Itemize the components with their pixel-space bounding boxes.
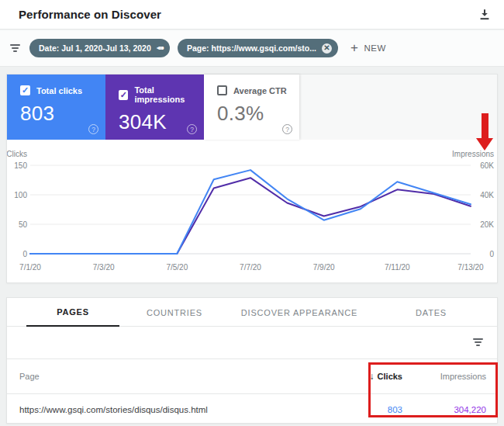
new-filter-button[interactable]: + NEW (350, 40, 386, 56)
page-url-cell[interactable]: https://www.gsqi.com/stories/disqus/disq… (7, 405, 333, 414)
checkbox-checked-icon[interactable]: ✓ (119, 90, 128, 100)
impressions-value-cell: 304,220 (402, 405, 486, 414)
performance-chart-svg: 005020K10040K15060KClicksImpressions7/1/… (7, 150, 499, 275)
edit-pencil-icon[interactable]: ✏ (157, 43, 164, 54)
table-tabs: PAGES COUNTRIES DISCOVER APPEARANCE DATE… (7, 298, 497, 327)
svg-text:7/5/20: 7/5/20 (166, 263, 188, 272)
svg-text:60K: 60K (480, 161, 494, 170)
svg-text:7/3/20: 7/3/20 (93, 263, 115, 272)
clicks-value-cell: 803 (333, 405, 402, 414)
remove-filter-icon[interactable]: ✕ (322, 43, 332, 54)
tab-pages[interactable]: PAGES (26, 298, 119, 327)
svg-text:40K: 40K (480, 191, 494, 199)
help-icon[interactable]: ? (187, 124, 197, 134)
svg-text:7/11/20: 7/11/20 (385, 263, 410, 272)
results-table-panel: PAGES COUNTRIES DISCOVER APPEARANCE DATE… (6, 297, 498, 424)
svg-text:7/13/20: 7/13/20 (457, 263, 484, 272)
average-ctr-card[interactable]: Average CTR 0.3% ? (204, 74, 299, 140)
total-impressions-card[interactable]: ✓ Total impressions 304K ? (105, 74, 204, 140)
help-icon[interactable]: ? (88, 124, 98, 134)
svg-text:100: 100 (14, 191, 27, 199)
svg-text:0: 0 (489, 250, 494, 258)
table-row[interactable]: https://www.gsqi.com/stories/disqus/disq… (7, 394, 497, 424)
total-clicks-value: 803 (20, 102, 105, 126)
total-impressions-label: Total impressions (134, 85, 204, 104)
filter-bar: Date: Jul 1, 2020-Jul 13, 2020 ✏ Page: h… (0, 30, 504, 67)
checkbox-checked-icon[interactable]: ✓ (20, 85, 30, 95)
page-filter-label: Page: https://www.gsqi.com/sto... (187, 43, 316, 53)
svg-text:0: 0 (22, 250, 27, 258)
tab-countries[interactable]: COUNTRIES (119, 298, 230, 327)
plus-icon: + (350, 40, 358, 56)
column-header-impressions[interactable]: Impressions (402, 372, 486, 381)
filter-icon[interactable] (8, 44, 22, 52)
sort-descending-icon: ↓ (370, 371, 375, 382)
checkbox-unchecked-icon[interactable] (217, 85, 227, 95)
svg-text:20K: 20K (480, 220, 494, 229)
svg-text:7/9/20: 7/9/20 (313, 263, 335, 272)
svg-text:150: 150 (14, 161, 27, 170)
svg-text:50: 50 (19, 220, 28, 229)
average-ctr-value: 0.3% (217, 102, 299, 126)
tab-dates[interactable]: DATES (369, 298, 493, 327)
new-filter-label: NEW (364, 43, 385, 53)
svg-text:7/1/20: 7/1/20 (19, 263, 41, 272)
svg-text:7/7/20: 7/7/20 (240, 263, 261, 272)
table-filter-icon[interactable] (471, 338, 485, 346)
average-ctr-label: Average CTR (233, 86, 287, 95)
app-header: Performance on Discover (0, 0, 504, 29)
metric-cards-row: ✓ Total clicks 803 ? ✓ Total impressions… (7, 74, 497, 140)
page-title: Performance on Discover (19, 8, 161, 21)
table-toolbar (7, 327, 497, 359)
total-clicks-card[interactable]: ✓ Total clicks 803 ? (7, 74, 105, 140)
svg-text:Impressions: Impressions (452, 150, 494, 158)
page-filter-chip[interactable]: Page: https://www.gsqi.com/sto... ✕ (178, 39, 338, 57)
total-clicks-label: Total clicks (36, 86, 82, 95)
clicks-impressions-chart[interactable]: 005020K10040K15060KClicksImpressions7/1/… (7, 150, 499, 275)
table-header-row: Page ↓Clicks Impressions (7, 359, 497, 394)
download-icon (478, 8, 492, 22)
column-header-clicks[interactable]: ↓Clicks (333, 371, 402, 382)
export-button[interactable] (475, 5, 495, 26)
performance-chart-panel: ✓ Total clicks 803 ? ✓ Total impressions… (6, 74, 498, 283)
tab-discover-appearance[interactable]: DISCOVER APPEARANCE (230, 298, 369, 327)
date-filter-label: Date: Jul 1, 2020-Jul 13, 2020 (39, 43, 151, 53)
column-header-page[interactable]: Page (7, 372, 333, 381)
help-icon[interactable]: ? (282, 124, 292, 134)
date-filter-chip[interactable]: Date: Jul 1, 2020-Jul 13, 2020 ✏ (29, 39, 170, 57)
svg-text:Clicks: Clicks (7, 150, 27, 158)
